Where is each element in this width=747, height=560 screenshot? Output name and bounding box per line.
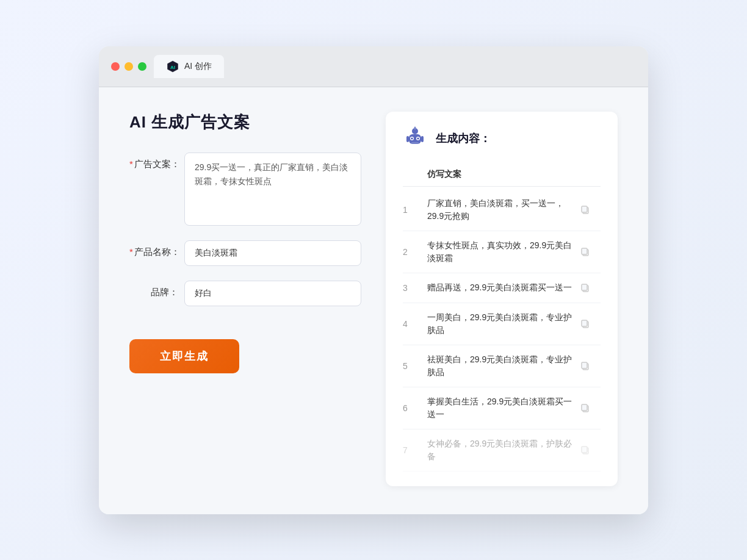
copy-icon[interactable] bbox=[579, 281, 592, 295]
svg-rect-4 bbox=[406, 136, 409, 142]
active-tab[interactable]: AI AI 创作 bbox=[154, 55, 224, 78]
row-number: 4 bbox=[403, 319, 427, 329]
result-header: 生成内容： bbox=[403, 126, 601, 151]
svg-rect-16 bbox=[582, 248, 587, 254]
page-title: AI 生成广告文案 bbox=[129, 112, 361, 133]
table-row: 4 一周美白，29.9元美白淡斑霜，专业护肤品 bbox=[403, 303, 601, 345]
copy-icon[interactable] bbox=[579, 245, 592, 259]
tab-label: AI 创作 bbox=[184, 61, 212, 72]
table-row: 5 祛斑美白，29.9元美白淡斑霜，专业护肤品 bbox=[403, 345, 601, 387]
robot-icon bbox=[403, 126, 427, 151]
browser-window: AI AI 创作 AI 生成广告文案 *广告文案： *产品 bbox=[99, 46, 648, 514]
copy-icon[interactable] bbox=[579, 443, 592, 457]
row-text: 女神必备，29.9元美白淡斑霜，护肤必备 bbox=[427, 437, 579, 463]
copy-icon[interactable] bbox=[579, 401, 592, 415]
maximize-button[interactable] bbox=[138, 62, 146, 71]
required-star-ad: * bbox=[129, 159, 133, 169]
brand-input[interactable] bbox=[184, 281, 361, 306]
table-row: 1 厂家直销，美白淡斑霜，买一送一，29.9元抢购 bbox=[403, 189, 601, 231]
ad-copy-label: *广告文案： bbox=[129, 153, 178, 170]
table-row: 7 女神必备，29.9元美白淡斑霜，护肤必备 bbox=[403, 429, 601, 472]
generate-button[interactable]: 立即生成 bbox=[129, 339, 239, 373]
brand-group: 品牌： bbox=[129, 281, 361, 306]
svg-rect-20 bbox=[582, 320, 587, 326]
left-panel: AI 生成广告文案 *广告文案： *产品名称： 品 bbox=[129, 112, 361, 486]
col-text-header: 仿写文案 bbox=[427, 169, 579, 180]
col-num-header bbox=[403, 169, 427, 180]
svg-rect-18 bbox=[582, 284, 587, 290]
table-header-row: 仿写文案 bbox=[403, 163, 601, 187]
result-title: 生成内容： bbox=[436, 131, 491, 146]
ad-copy-group: *广告文案： bbox=[129, 153, 361, 226]
row-text: 厂家直销，美白淡斑霜，买一送一，29.9元抢购 bbox=[427, 197, 579, 223]
main-layout: AI 生成广告文案 *广告文案： *产品名称： 品 bbox=[129, 112, 618, 486]
svg-rect-10 bbox=[411, 142, 419, 144]
copy-icon[interactable] bbox=[579, 359, 592, 373]
row-number: 7 bbox=[403, 445, 427, 455]
row-number: 3 bbox=[403, 283, 427, 293]
brand-label: 品牌： bbox=[129, 281, 178, 298]
row-text: 祛斑美白，29.9元美白淡斑霜，专业护肤品 bbox=[427, 353, 579, 379]
minimize-button[interactable] bbox=[125, 62, 133, 71]
browser-content: AI 生成广告文案 *广告文案： *产品名称： 品 bbox=[99, 87, 648, 514]
svg-rect-5 bbox=[421, 136, 424, 142]
ad-copy-input[interactable] bbox=[184, 153, 361, 226]
ai-logo-icon: AI bbox=[166, 60, 179, 73]
row-number: 6 bbox=[403, 403, 427, 413]
product-name-label: *产品名称： bbox=[129, 240, 178, 258]
table-row: 2 专抹女性斑点，真实功效，29.9元美白淡斑霜 bbox=[403, 231, 601, 273]
product-name-input[interactable] bbox=[184, 240, 361, 266]
row-number: 5 bbox=[403, 361, 427, 371]
svg-rect-14 bbox=[582, 206, 587, 212]
row-text: 掌握美白生活，29.9元美白淡斑霜买一送一 bbox=[427, 395, 579, 421]
required-star-product: * bbox=[129, 246, 133, 257]
row-text: 一周美白，29.9元美白淡斑霜，专业护肤品 bbox=[427, 311, 579, 337]
svg-text:AI: AI bbox=[170, 65, 175, 70]
svg-point-8 bbox=[411, 137, 413, 139]
svg-point-9 bbox=[417, 137, 419, 139]
close-button[interactable] bbox=[111, 62, 120, 71]
row-number: 2 bbox=[403, 247, 427, 257]
results-list: 1 厂家直销，美白淡斑霜，买一送一，29.9元抢购 2 专抹女性斑点，真实功效，… bbox=[403, 189, 601, 472]
svg-point-12 bbox=[414, 126, 416, 128]
window-controls bbox=[111, 62, 146, 71]
row-number: 1 bbox=[403, 205, 427, 215]
titlebar: AI AI 创作 bbox=[99, 46, 648, 87]
svg-rect-22 bbox=[582, 362, 587, 368]
row-text: 专抹女性斑点，真实功效，29.9元美白淡斑霜 bbox=[427, 239, 579, 265]
product-name-group: *产品名称： bbox=[129, 240, 361, 266]
copy-icon[interactable] bbox=[579, 203, 592, 217]
table-row: 6 掌握美白生活，29.9元美白淡斑霜买一送一 bbox=[403, 387, 601, 429]
svg-rect-24 bbox=[582, 404, 587, 411]
copy-icon[interactable] bbox=[579, 317, 592, 331]
row-text: 赠品再送，29.9元美白淡斑霜买一送一 bbox=[427, 281, 579, 294]
svg-rect-26 bbox=[582, 447, 587, 453]
right-panel: 生成内容： 仿写文案 1 厂家直销，美白淡斑霜，买一送一，29.9元抢购 2 专… bbox=[386, 112, 618, 486]
table-row: 3 赠品再送，29.9元美白淡斑霜买一送一 bbox=[403, 273, 601, 303]
